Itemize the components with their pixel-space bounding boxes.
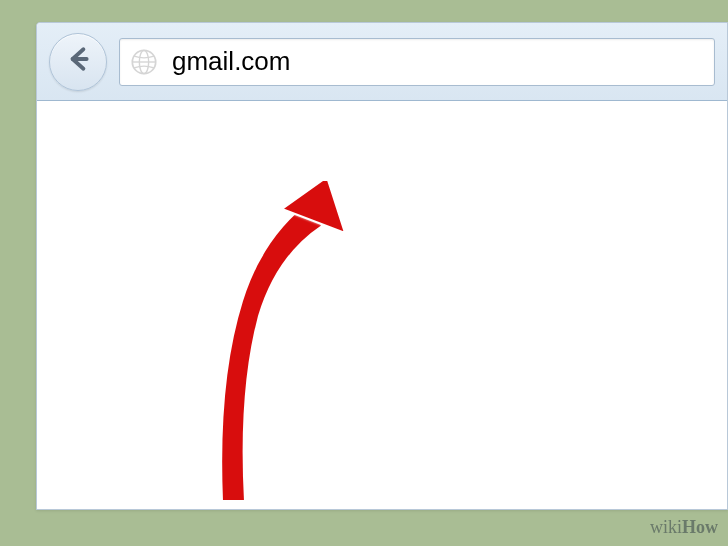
browser-window bbox=[36, 22, 728, 510]
back-button[interactable] bbox=[49, 33, 107, 91]
browser-content bbox=[37, 101, 727, 509]
url-bar[interactable] bbox=[119, 38, 715, 86]
annotation-arrow-icon bbox=[187, 181, 387, 511]
watermark-text-1: wiki bbox=[650, 517, 682, 537]
globe-icon bbox=[130, 48, 158, 76]
watermark: wikiHow bbox=[650, 517, 718, 538]
back-arrow-icon bbox=[65, 46, 91, 77]
url-input[interactable] bbox=[172, 46, 704, 77]
watermark-text-2: How bbox=[682, 517, 718, 537]
browser-toolbar bbox=[37, 23, 727, 101]
